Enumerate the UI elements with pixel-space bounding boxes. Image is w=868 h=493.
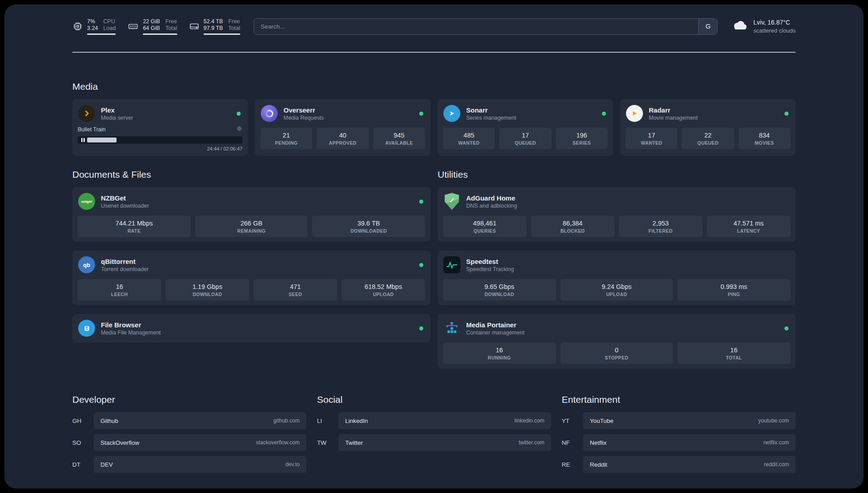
stat-label: SERIES (572, 140, 591, 146)
stat-value: 744.21 Mbps (115, 220, 153, 227)
bookmark-link[interactable]: StackOverflowstackoverflow.com (94, 434, 306, 451)
bookmark-link[interactable]: Netflixnetflix.com (583, 434, 796, 451)
cpu-label: CPU (103, 18, 116, 25)
service-description: Usenet downloader (101, 203, 414, 209)
stat-value: 16 (730, 347, 738, 354)
service-card-filebrowser[interactable]: File Browser Media File Management (72, 314, 430, 343)
sonarr-icon (443, 104, 461, 122)
stat-label: LATENCY (737, 228, 760, 234)
stat-tile: 9.24 GbpsUPLOAD (560, 279, 673, 301)
service-header[interactable]: Sonarr Series management (443, 104, 608, 123)
cpu-usage-bar (87, 33, 116, 35)
service-card-portainer[interactable]: Media Portainer Container management 16R… (438, 314, 796, 368)
service-description: Torrent downloader (101, 266, 414, 272)
stat-label: DOWNLOAD (484, 292, 514, 297)
service-description: Media File Management (101, 330, 414, 336)
service-card-radarr[interactable]: Radarr Movie management 17WANTED22QUEUED… (620, 99, 796, 156)
stat-label: DOWNLOADED (351, 228, 387, 234)
service-description: Movie management (649, 115, 779, 121)
stat-value: 196 (576, 132, 587, 139)
portainer-icon (443, 319, 461, 337)
service-header[interactable]: File Browser Media File Management (78, 318, 425, 338)
memory-free-label: Free (165, 18, 177, 25)
stat-label: APPROVED (329, 140, 356, 146)
bookmark-abbr: YT (562, 418, 583, 424)
stat-value: 834 (759, 132, 770, 139)
topbar-divider (72, 52, 796, 53)
service-name: Sonarr (466, 106, 597, 114)
stat-label: FILTERED (649, 228, 673, 234)
now-playing-title: Bullet Train (78, 126, 106, 133)
service-card-adguard[interactable]: ✓ AdGuard Home DNS and adblocking 498,46… (438, 187, 796, 242)
stats-row: 498,461QUERIES86,384BLOCKED2,953FILTERED… (443, 216, 790, 237)
stat-label: QUERIES (473, 228, 496, 234)
bookmark-link[interactable]: DEVdev.to (94, 456, 306, 473)
service-header[interactable]: Plex Media server (78, 104, 242, 123)
search-bar[interactable]: G (254, 18, 718, 35)
stat-tile: 744.21 MbpsRATE (78, 216, 191, 237)
stats-row: 485WANTED17QUEUED196SERIES (443, 128, 608, 149)
disk-usage-bar (204, 33, 240, 35)
gear-icon[interactable] (236, 125, 242, 133)
service-header[interactable]: Overseerr Media Requests (260, 104, 425, 123)
service-header[interactable]: nzbget NZBGet Usenet downloader (78, 192, 425, 211)
bookmark-link[interactable]: YouTubeyoutube.com (583, 412, 796, 429)
bookmark-link[interactable]: Twittertwitter.com (338, 434, 551, 451)
service-card-overseerr[interactable]: Overseerr Media Requests 21PENDING40APPR… (255, 99, 430, 156)
playback-progress-bar[interactable] (78, 136, 242, 144)
search-input[interactable] (254, 19, 699, 34)
bookmark-link[interactable]: LinkedInlinkedin.com (338, 412, 551, 429)
bookmark-group-developer: Developer GHGithubgithub.comSOStackOverf… (72, 394, 306, 473)
service-card-nzbget[interactable]: nzbget NZBGet Usenet downloader 744.21 M… (72, 187, 430, 242)
stats-row: 17WANTED22QUEUED834MOVIES (626, 128, 790, 149)
service-name: AdGuard Home (466, 194, 790, 202)
service-card-qbittorrent[interactable]: qb qBittorrent Torrent downloader 16LEEC… (72, 251, 430, 305)
stat-value: 40 (339, 132, 346, 139)
service-header[interactable]: qb qBittorrent Torrent downloader (78, 255, 425, 275)
service-card-speedtest[interactable]: Speedtest Speedtest Tracking 9.65 GbpsDO… (438, 251, 796, 305)
weather-widget: Lviv, 16.87°C scattered clouds (731, 18, 796, 34)
stat-label: UPLOAD (373, 292, 394, 297)
player-progress-fill (87, 138, 117, 142)
service-header[interactable]: Media Portainer Container management (443, 318, 790, 338)
bookmark-link[interactable]: Redditreddit.com (583, 456, 796, 473)
bookmark-url: stackoverflow.com (256, 439, 300, 446)
cloud-icon (731, 19, 748, 33)
service-card-plex[interactable]: Plex Media server Bullet Train (72, 99, 248, 156)
plex-icon (78, 104, 96, 122)
bookmark-group-entertainment: Entertainment YTYouTubeyoutube.comNFNetf… (562, 394, 796, 473)
bookmarks-section: Developer GHGithubgithub.comSOStackOverf… (72, 394, 796, 473)
stat-label: AVAILABLE (385, 140, 413, 146)
section-title-utilities: Utilities (438, 169, 796, 180)
stat-label: PENDING (275, 140, 298, 146)
service-name: Speedtest (466, 258, 790, 265)
stat-tile: 40APPROVED (317, 128, 368, 149)
stat-value: 22 (704, 132, 711, 139)
status-indicator (785, 112, 789, 116)
stat-tile: 945AVAILABLE (373, 128, 425, 149)
service-description: Container management (466, 330, 779, 336)
stat-tile: 16LEECH (78, 279, 161, 301)
stat-tile: 39.6 TBDOWNLOADED (312, 216, 425, 237)
bookmark-url: youtube.com (758, 418, 789, 424)
filebrowser-icon (78, 319, 96, 337)
stats-row: 9.65 GbpsDOWNLOAD9.24 GbpsUPLOAD0.993 ms… (443, 279, 790, 301)
service-card-sonarr[interactable]: Sonarr Series management 485WANTED17QUEU… (438, 99, 613, 156)
stat-label: LEECH (111, 292, 128, 297)
service-description: Speedtest Tracking (466, 266, 790, 272)
bookmark-url: github.com (273, 418, 300, 424)
service-header[interactable]: ✓ AdGuard Home DNS and adblocking (443, 192, 790, 211)
bookmark-url: dev.to (285, 461, 300, 468)
bookmark-link[interactable]: Githubgithub.com (94, 412, 306, 429)
stats-row: 21PENDING40APPROVED945AVAILABLE (260, 128, 425, 149)
service-header[interactable]: Radarr Movie management (626, 104, 790, 123)
resource-memory: 22 GiB 64 GiB Free Total (127, 18, 177, 35)
pause-icon[interactable] (79, 138, 87, 142)
disk-icon (189, 21, 200, 32)
stat-tile: 485WANTED (443, 128, 495, 149)
service-header[interactable]: Speedtest Speedtest Tracking (443, 255, 790, 275)
section-title-developer: Developer (72, 394, 306, 405)
search-provider-button[interactable]: G (698, 19, 717, 34)
service-description: Series management (466, 115, 597, 121)
bookmark-name: LinkedIn (345, 418, 368, 424)
